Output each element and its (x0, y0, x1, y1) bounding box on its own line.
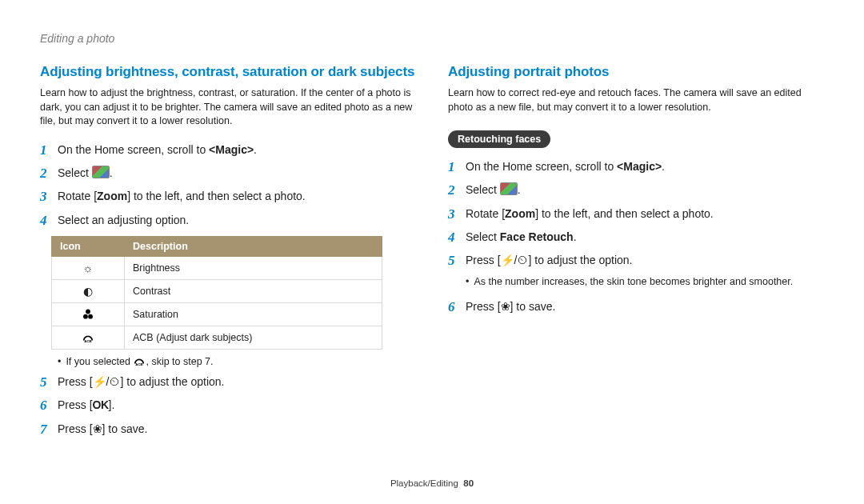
right-column: Adjusting portrait photos Learn how to c… (448, 64, 824, 445)
section-heading-adjust: Adjusting brightness, contrast, saturati… (40, 64, 416, 80)
step-note: •If you selected ACB, skip to step 7. (58, 354, 416, 367)
table-row: ☼ Brightness (52, 256, 382, 279)
svg-text:ACB: ACB (84, 339, 91, 343)
ok-icon: OK (93, 398, 109, 411)
step-text: On the Home screen, scroll to <Magic>. (466, 157, 824, 176)
page-footer: Playback/Editing 80 (0, 478, 864, 488)
table-header-icon: Icon (52, 236, 125, 256)
table-row: Saturation (52, 302, 382, 326)
step-number: 7 (40, 419, 58, 440)
step-text: Select an adjusting option. (58, 210, 416, 230)
step-number: 6 (448, 297, 466, 318)
step-text: Press [❀] to save. (466, 297, 824, 316)
step-number: 6 (40, 395, 58, 416)
step-text: On the Home screen, scroll to <Magic>. (58, 140, 416, 159)
step-number: 1 (448, 157, 466, 178)
acb-icon: ACB (82, 331, 94, 344)
step-number: 4 (448, 227, 466, 248)
step-number: 5 (448, 250, 466, 271)
step-note: •As the number increases, the skin tone … (466, 274, 824, 290)
icon-table: Icon Description ☼ Brightness ◐ Contrast… (51, 236, 382, 350)
section-intro: Learn how to correct red-eye and retouch… (448, 86, 824, 114)
table-row: ◐ Contrast (52, 279, 382, 302)
effect-icon (92, 166, 110, 178)
step-text: Press [⚡/⏲] to adjust the option. (58, 372, 416, 391)
section-heading-portrait: Adjusting portrait photos (448, 64, 824, 80)
step-text: Select . (58, 163, 416, 182)
step-number: 3 (40, 186, 58, 207)
svg-point-1 (83, 314, 88, 319)
step-number: 5 (40, 372, 58, 393)
step-text: Select Face Retouch. (466, 227, 824, 246)
breadcrumb: Editing a photo (40, 32, 824, 45)
step-number: 3 (448, 204, 466, 225)
svg-point-0 (86, 309, 90, 314)
step-number: 1 (40, 140, 58, 161)
macro-icon: ❀ (93, 422, 102, 435)
svg-point-2 (88, 314, 93, 319)
step-number: 2 (448, 180, 466, 201)
step-number: 2 (40, 163, 58, 184)
step-number: 4 (40, 210, 58, 231)
step-text: Rotate [Zoom] to the left, and then sele… (466, 204, 824, 223)
step-text: Press [OK]. (58, 395, 416, 414)
effect-icon (500, 182, 518, 195)
macro-icon: ❀ (501, 300, 510, 313)
step-text: Press [⚡/⏲] to adjust the option. •As th… (466, 250, 824, 294)
brightness-icon: ☼ (82, 262, 94, 274)
left-column: Adjusting brightness, contrast, saturati… (40, 64, 416, 445)
flash-icon: ⚡ (501, 254, 514, 266)
contrast-icon: ◐ (82, 285, 94, 298)
table-header-desc: Description (125, 236, 382, 256)
acb-icon: ACB (133, 354, 146, 367)
timer-icon: ⏲ (517, 254, 528, 266)
timer-icon: ⏲ (109, 375, 120, 388)
svg-text:ACB: ACB (136, 362, 143, 366)
table-row: ACB ACB (Adjust dark subjects) (52, 326, 382, 349)
flash-icon: ⚡ (93, 375, 106, 388)
step-text: Press [❀] to save. (58, 419, 416, 438)
step-text: Select . (466, 180, 824, 199)
manual-page: { "breadcrumb": "Editing a photo", "foot… (0, 0, 864, 504)
saturation-icon (82, 308, 94, 321)
section-intro: Learn how to adjust the brightness, cont… (40, 86, 416, 129)
subsection-pill-retouching: Retouching faces (448, 130, 550, 148)
step-text: Rotate [Zoom] to the left, and then sele… (58, 186, 416, 206)
